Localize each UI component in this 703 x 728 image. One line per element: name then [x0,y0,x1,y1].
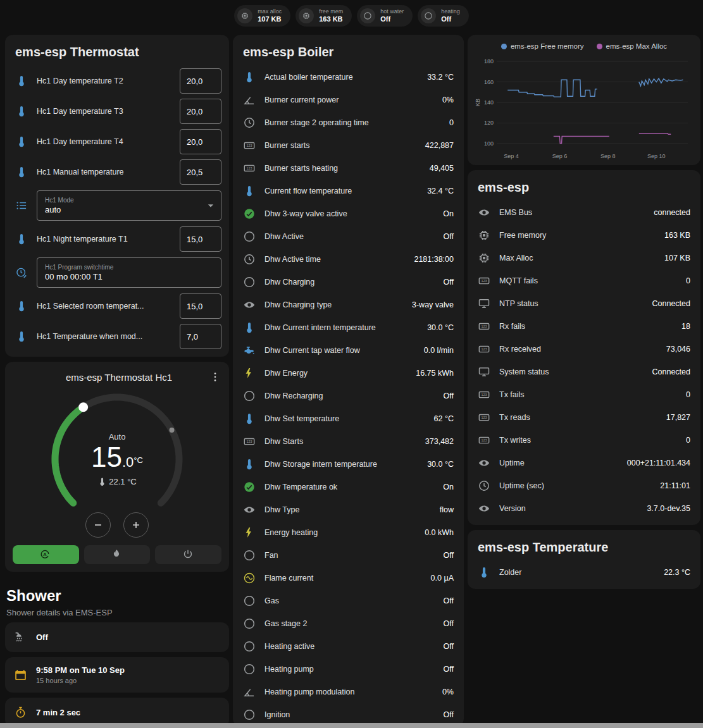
entity-label: Burner starts [264,141,416,150]
entity-row-actual-boiler-temperature[interactable]: Actual boiler temperature33.2 °C [233,66,464,89]
mode-button-off[interactable] [155,545,221,564]
entity-row-dhw-energy[interactable]: Dhw Energy16.75 kWh [233,362,464,385]
entity-row-mqtt-fails[interactable]: 123MQTT fails0 [468,269,700,292]
thermometer-icon [243,412,256,425]
svg-text:123: 123 [481,324,487,328]
badge-max-alloc[interactable]: max alloc107 KB [234,5,290,27]
entity-row-heating-pump[interactable]: Heating pumpOff [233,658,464,681]
thermostat-row-hc1-day-temperature-t3: Hc1 Day temperature T320,0 [5,96,229,126]
badge-heating[interactable]: heatingOff [418,5,469,27]
entity-row-ntp-status[interactable]: NTP statusConnected [468,292,700,315]
entity-value: On [443,483,454,491]
chart-legend: ems-esp Free memoryems-esp Max Alloc [473,42,695,50]
entity-row-uptime-sec[interactable]: Uptime (sec)21:11:01 [468,474,700,497]
legend-item-ems-esp-max-alloc[interactable]: ems-esp Max Alloc [597,42,668,50]
clock-icon [478,479,490,492]
entity-label: Current flow temperature [264,187,418,195]
svg-text:123: 123 [481,347,487,351]
entity-row-flame-current[interactable]: Flame current0.0 µA [233,567,464,589]
entity-value: 18 [681,322,690,331]
entity-row-dhw-recharging[interactable]: Dhw RechargingOff [233,385,464,407]
number-input[interactable]: 20,0 [180,99,221,124]
thermostat-row-hc1-night-temperature-t1: Hc1 Night temperature T115,0 [5,224,229,254]
entity-row-dhw-starts[interactable]: 123Dhw Starts373,482 [233,430,464,453]
entity-value: 0.0 kWh [425,528,454,537]
entity-label: System status [499,367,644,376]
number-input[interactable]: 20,0 [180,129,221,154]
thermostat-row-hc1-day-temperature-t2: Hc1 Day temperature T220,0 [5,66,229,96]
timer-icon [14,706,27,719]
entity-row-current-flow-temperature[interactable]: Current flow temperature32.4 °C [233,180,464,202]
entity-row-free-memory[interactable]: Free memory163 KB [468,224,700,247]
entity-row-system-status[interactable]: System statusConnected [468,361,700,383]
entity-value: Off [444,551,454,560]
legend-item-ems-esp-free-memory[interactable]: ems-esp Free memory [501,42,584,50]
entity-row-tx-reads[interactable]: 123Tx reads17,827 [468,406,700,429]
entity-value: 16.75 kWh [416,369,454,378]
number-input[interactable]: 15,0 [180,226,221,252]
thermostat-dial[interactable]: Auto 15.0°C 22.1 °C [41,388,193,521]
entity-value: 0 [686,276,690,285]
entity-row-dhw-charging-type[interactable]: Dhw Charging type3-way valve [233,293,464,316]
entity-row-dhw-3-way-valve-active[interactable]: Dhw 3-way valve activeOn [233,202,464,225]
entity-row-rx-fails[interactable]: 123Rx fails18 [468,315,700,338]
entity-label: Max Alloc [499,254,656,262]
entity-row-gas[interactable]: GasOff [233,589,464,612]
entity-value: 0 [686,436,690,445]
entity-value: 30.0 °C [427,460,454,469]
entity-value: 62 °C [434,414,454,423]
shower-card[interactable]: Off [5,622,229,652]
hvac-mode-label: Auto [109,432,126,441]
entity-row-heating-active[interactable]: Heating activeOff [233,635,464,658]
temp-increase-button[interactable] [123,512,149,538]
entity-row-gas-stage-2[interactable]: Gas stage 2Off [233,612,464,635]
entity-row-dhw-active[interactable]: Dhw ActiveOff [233,225,464,248]
entity-label: Version [499,504,638,513]
entity-row-dhw-type[interactable]: Dhw Typeflow [233,498,464,521]
entity-row-dhw-active-time[interactable]: Dhw Active time2181:38:00 [233,248,464,271]
entity-row-dhw-current-intern-temperature[interactable]: Dhw Current intern temperature30.0 °C [233,316,464,339]
entity-row-tx-writes[interactable]: 123Tx writes0 [468,429,700,452]
entity-row-dhw-storage-intern-temperature[interactable]: Dhw Storage intern temperature30.0 °C [233,453,464,476]
mode-button-auto[interactable]: A [13,545,79,564]
entity-row-dhw-charging[interactable]: Dhw ChargingOff [233,271,464,293]
entity-row-heating-pump-modulation[interactable]: Heating pump modulation0% [233,681,464,703]
entity-row-rx-received[interactable]: 123Rx received73,046 [468,338,700,361]
entity-row-dhw-set-temperature[interactable]: Dhw Set temperature62 °C [233,407,464,430]
text-input[interactable]: Hc1 Program switchtime00 mo 00:00 T1 [37,257,221,288]
number-input[interactable]: 20,5 [180,159,221,185]
card-menu-button[interactable] [208,369,223,385]
horizontal-scrollbar[interactable] [0,723,703,728]
number-input[interactable]: 20,0 [180,68,221,94]
entity-row-burner-starts-heating[interactable]: 123Burner starts heating49,405 [233,157,464,180]
entity-row-burner-current-power[interactable]: Burner current power0% [233,89,464,111]
entity-row-zolder[interactable]: Zolder22.3 °C [468,561,700,584]
entity-row-burner-stage-2-operating-time[interactable]: Burner stage 2 operating time0 [233,111,464,134]
temp-decrease-button[interactable] [85,512,111,538]
entity-label: Dhw Current tap water flow [264,346,415,355]
entity-row-energy-heating[interactable]: Energy heating0.0 kWh [233,521,464,544]
mode-button-heat[interactable] [84,545,151,564]
entity-row-max-alloc[interactable]: Max Alloc107 KB [468,247,700,269]
badge-free-mem[interactable]: free mem163 KB [296,5,352,27]
entity-row-tx-fails[interactable]: 123Tx fails0 [468,383,700,406]
entity-row-version[interactable]: Version3.7.0-dev.35 [468,497,700,520]
thermometer-icon [243,185,256,197]
entity-row-uptime[interactable]: Uptime000+21:11:01.434 [468,452,700,474]
entity-label: Heating active [264,642,435,651]
badge-hot-water[interactable]: hot waterOff [357,5,413,27]
shower-cards: Off9:58 PM on Tue 10 Sep15 hours ago7 mi… [5,622,229,728]
thermometer-icon [15,330,28,343]
mode-select[interactable]: Hc1 Modeauto [37,190,221,221]
number-input[interactable]: 15,0 [180,293,221,319]
number-input[interactable]: 7,0 [180,324,221,349]
entity-row-dhw-current-tap-water-flow[interactable]: Dhw Current tap water flow0.0 l/min [233,339,464,362]
entity-row-ems-bus[interactable]: EMS Busconnected [468,201,700,224]
shower-card[interactable]: 9:58 PM on Tue 10 Sep15 hours ago [5,657,229,693]
entity-row-fan[interactable]: FanOff [233,544,464,567]
thermometer-icon [478,566,490,579]
circle-icon [243,663,256,676]
entity-row-dhw-temperature-ok[interactable]: Dhw Temperature okOn [233,476,464,498]
counter-icon: 123 [478,388,490,401]
entity-row-burner-starts[interactable]: 123Burner starts422,887 [233,134,464,157]
